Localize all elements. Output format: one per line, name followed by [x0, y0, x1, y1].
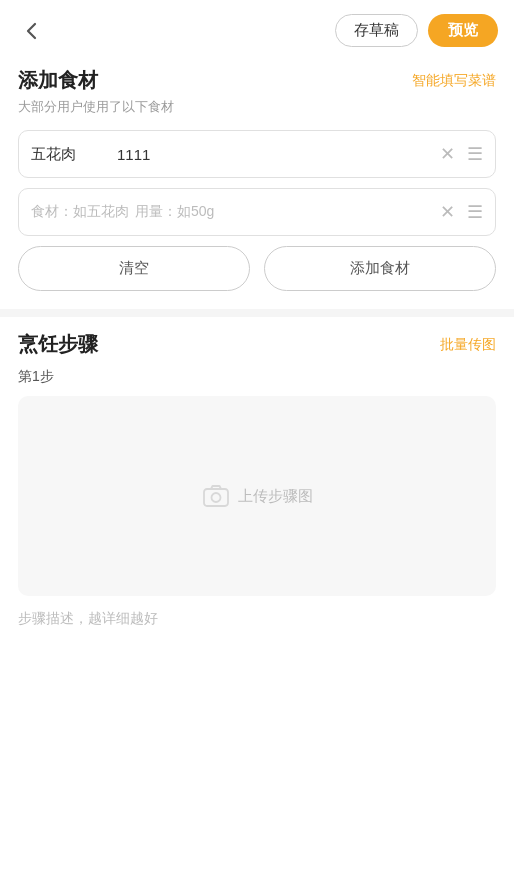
section-divider — [0, 309, 514, 317]
ingredient-name-placeholder[interactable]: 食材：如五花肉 — [31, 203, 129, 221]
step-description-placeholder[interactable]: 步骤描述，越详细越好 — [0, 596, 514, 638]
draft-button[interactable]: 存草稿 — [335, 14, 418, 47]
ingredients-title: 添加食材 — [18, 67, 98, 94]
ingredients-section-header: 添加食材 智能填写菜谱 — [18, 67, 496, 94]
ingredient-row-2[interactable]: 食材：如五花肉 用量：如50g ✕ ☰ — [18, 188, 496, 236]
smart-fill-button[interactable]: 智能填写菜谱 — [412, 72, 496, 90]
add-ingredient-button[interactable]: 添加食材 — [264, 246, 496, 291]
batch-upload-button[interactable]: 批量传图 — [440, 336, 496, 354]
ingredient-buttons: 清空 添加食材 — [18, 246, 496, 291]
upload-text: 上传步骤图 — [238, 487, 313, 506]
svg-rect-0 — [204, 489, 228, 506]
clear-button[interactable]: 清空 — [18, 246, 250, 291]
camera-icon — [202, 482, 230, 510]
header-actions: 存草稿 预览 — [335, 14, 498, 47]
clear-ingredient-icon-2[interactable]: ✕ — [440, 201, 455, 223]
ingredients-section: 添加食材 智能填写菜谱 大部分用户使用了以下食材 五花肉 1111 ✕ ☰ 食材… — [0, 57, 514, 291]
steps-section: 烹饪步骤 批量传图 第1步 上传步骤图 — [0, 317, 514, 596]
svg-point-1 — [211, 493, 220, 502]
steps-title: 烹饪步骤 — [18, 331, 98, 358]
drag-handle-icon-1[interactable]: ☰ — [467, 143, 483, 165]
ingredient-row-1: 五花肉 1111 ✕ ☰ — [18, 130, 496, 178]
back-button[interactable] — [16, 15, 48, 47]
ingredient-amount-1[interactable]: 1111 — [117, 146, 430, 163]
ingredients-subtitle: 大部分用户使用了以下食材 — [18, 98, 496, 116]
step-number-label: 第1步 — [18, 368, 496, 386]
upload-icon-wrap: 上传步骤图 — [202, 482, 313, 510]
ingredient-name-1[interactable]: 五花肉 — [31, 145, 111, 164]
steps-section-header: 烹饪步骤 批量传图 — [18, 331, 496, 358]
back-arrow-icon — [23, 22, 41, 40]
preview-button[interactable]: 预览 — [428, 14, 498, 47]
header: 存草稿 预览 — [0, 0, 514, 57]
step-upload-area[interactable]: 上传步骤图 — [18, 396, 496, 596]
drag-handle-icon-2[interactable]: ☰ — [467, 201, 483, 223]
ingredient-amount-placeholder[interactable]: 用量：如50g — [135, 203, 430, 221]
clear-ingredient-icon-1[interactable]: ✕ — [440, 143, 455, 165]
